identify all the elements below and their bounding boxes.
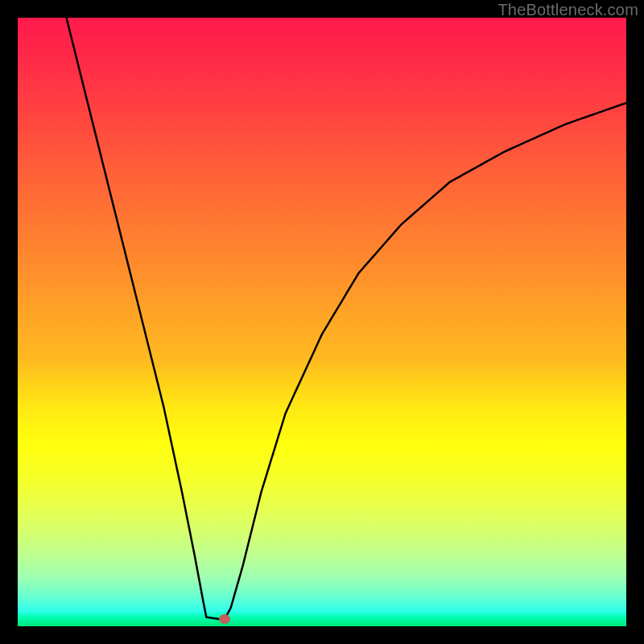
plot-area <box>18 18 626 626</box>
optimal-point-marker <box>219 614 230 624</box>
bottleneck-curve <box>18 18 626 626</box>
watermark-text: TheBottleneck.com <box>497 1 638 19</box>
chart-container: TheBottleneck.com <box>0 0 644 644</box>
